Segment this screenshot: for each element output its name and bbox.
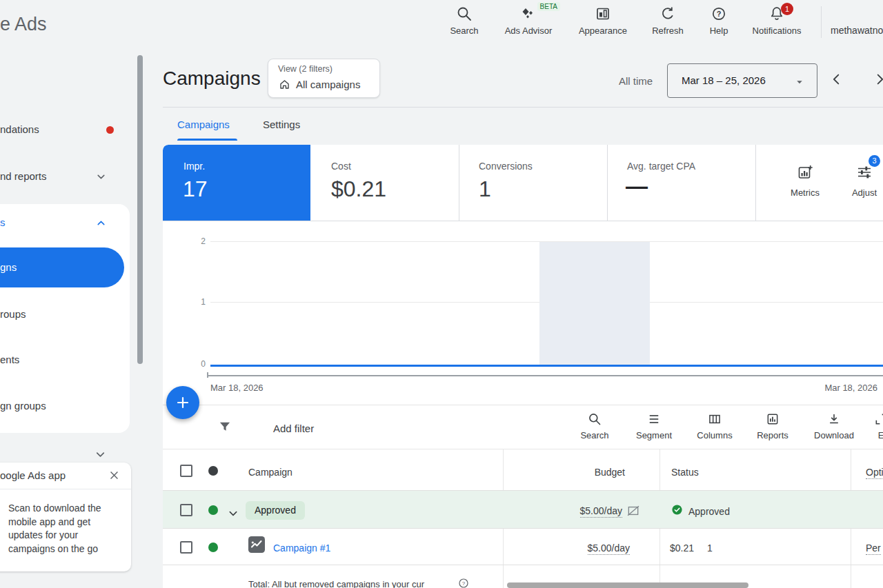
- chevron-down-icon[interactable]: [228, 508, 239, 519]
- campaign-name-link[interactable]: Campaign #1: [273, 543, 330, 554]
- bell-icon: [744, 6, 810, 22]
- ads-app-promo-card: oogle Ads app Scan to download the mobil…: [0, 463, 131, 571]
- help-circle-icon[interactable]: ?: [458, 578, 469, 588]
- sidebar-item-insights-reports[interactable]: nd reports: [0, 170, 47, 182]
- column-header-status[interactable]: Status: [671, 467, 699, 478]
- budget-cell[interactable]: $5.00/day: [503, 503, 640, 518]
- row-checkbox[interactable]: [180, 504, 192, 516]
- chevron-down-icon[interactable]: [95, 171, 107, 183]
- next-period-button[interactable]: [872, 72, 883, 87]
- home-icon: [278, 78, 291, 91]
- table-columns-button[interactable]: Columns: [688, 412, 741, 440]
- search-icon: [431, 6, 497, 22]
- adjust-button-label: Adjust: [837, 187, 883, 198]
- metrics-chart-plus-icon: [797, 164, 813, 181]
- sidebar-collapse-chevron-icon[interactable]: [94, 448, 107, 461]
- plus-icon: [175, 394, 191, 411]
- scorecard-avg-target-cpa[interactable]: Avg. target CPA —: [607, 145, 755, 221]
- sidebar-item-ad-groups[interactable]: roups: [0, 308, 26, 320]
- impressions-series-line: [210, 365, 883, 367]
- sliders-icon: [856, 164, 873, 181]
- adjust-button[interactable]: [856, 164, 873, 181]
- cost-value: $0.21: [670, 543, 694, 554]
- topbar-ads-advisor-button[interactable]: BETA Ads Advisor: [495, 6, 562, 36]
- sidebar-scrollbar[interactable]: [137, 55, 143, 364]
- table-segment-button[interactable]: Segment: [628, 412, 680, 440]
- tab-settings[interactable]: Settings: [263, 119, 300, 130]
- status-dot-column-header: [208, 466, 218, 476]
- scorecard-impressions-selected[interactable]: Impr. 17: [163, 145, 310, 221]
- date-range-picker[interactable]: Mar 18 – 25, 2026: [667, 63, 817, 98]
- help-icon: ?: [686, 6, 752, 22]
- check-circle-icon: [671, 504, 683, 516]
- status-chip-approved[interactable]: Approved: [246, 501, 305, 520]
- new-campaign-fab[interactable]: [166, 386, 199, 419]
- view-filter-chip[interactable]: View (2 filters) All campaigns: [268, 59, 380, 98]
- appearance-icon: [570, 6, 636, 22]
- row-divider: [163, 528, 883, 529]
- sidebar-item-recommendations[interactable]: ndations: [0, 123, 39, 135]
- range-comparison-label: All time: [619, 75, 653, 87]
- expand-icon: [855, 412, 883, 426]
- column-header-campaign[interactable]: Campaign: [248, 467, 292, 478]
- campaign-type-icon: [248, 536, 265, 553]
- page-title: Campaigns: [163, 68, 261, 90]
- status-dot-enabled[interactable]: [208, 505, 218, 515]
- recommendations-alert-dot: [106, 126, 114, 134]
- topbar-appearance-button[interactable]: Appearance: [570, 6, 636, 36]
- chart-range-slider-handle[interactable]: [207, 372, 208, 378]
- svg-text:?: ?: [462, 580, 466, 587]
- scorecard-cost[interactable]: Cost $0.21: [310, 145, 459, 221]
- view-filter-value: All campaigns: [296, 79, 360, 90]
- column-header-budget[interactable]: Budget: [503, 467, 625, 478]
- filter-funnel-icon[interactable]: [218, 420, 232, 434]
- google-ads-logo: e Ads: [0, 14, 47, 35]
- topbar-search-button[interactable]: Search: [431, 6, 497, 36]
- account-name[interactable]: methawatno: [831, 25, 883, 36]
- sidebar-item-assets[interactable]: ents: [0, 354, 19, 365]
- row-divider: [163, 565, 883, 565]
- active-tab-underline: [177, 139, 237, 141]
- empty-value-dash: —: [626, 174, 648, 199]
- y-axis-tick-2: 2: [185, 236, 206, 246]
- date-range-value: Mar 18 – 25, 2026: [682, 74, 766, 86]
- table-horizontal-scrollbar[interactable]: [507, 582, 748, 588]
- add-filter-button[interactable]: Add filter: [273, 423, 314, 434]
- sidebar-item-campaign-groups[interactable]: gn groups: [0, 400, 46, 412]
- topbar-notifications-button[interactable]: 1 Notifications: [744, 6, 810, 36]
- table-expand-button[interactable]: E: [855, 412, 883, 440]
- sidebar-section-campaigns[interactable]: s: [0, 216, 6, 228]
- svg-text:?: ?: [717, 10, 722, 18]
- status-dot-enabled[interactable]: [208, 543, 218, 552]
- select-all-checkbox[interactable]: [180, 465, 192, 477]
- x-axis-label-right: Mar 18, 2026: [808, 383, 877, 393]
- previous-period-button[interactable]: [829, 72, 844, 87]
- table-reports-button[interactable]: Reports: [746, 412, 799, 440]
- chevron-up-icon[interactable]: [95, 217, 107, 229]
- chart-range-slider[interactable]: [207, 375, 883, 376]
- caret-down-icon: [793, 76, 806, 88]
- row-checkbox[interactable]: [180, 541, 192, 554]
- tab-campaigns[interactable]: Campaigns: [177, 119, 230, 130]
- columns-icon: [688, 412, 741, 426]
- promo-card-title: oogle Ads app: [0, 469, 66, 481]
- promo-divider: [0, 489, 131, 489]
- segment-icon: [628, 412, 680, 426]
- google-ads-app: e Ads Search BETA Ads Advisor Appearance…: [0, 0, 883, 588]
- notification-count-badge: 1: [781, 3, 793, 15]
- campaigns-content-card: Impr. 17 Cost $0.21 Conversions 1 Avg. t…: [163, 145, 883, 588]
- table-download-button[interactable]: Download: [808, 412, 860, 440]
- close-icon[interactable]: [108, 469, 120, 481]
- column-header-optimization[interactable]: Opti: [866, 467, 883, 478]
- sidebar-item-campaigns-selected[interactable]: gns: [0, 247, 124, 287]
- reports-chart-icon: [746, 412, 799, 426]
- beta-badge: BETA: [537, 2, 560, 11]
- chart-highlight-band: [539, 242, 650, 366]
- table-search-button[interactable]: Search: [568, 412, 621, 440]
- scorecard-conversions[interactable]: Conversions 1: [459, 145, 607, 221]
- metrics-button[interactable]: [797, 164, 813, 181]
- optimization-cell[interactable]: Per: [866, 543, 881, 554]
- budget-cell[interactable]: $5.00/day: [503, 543, 630, 554]
- y-axis-tick-0: 0: [185, 359, 206, 369]
- topbar-help-button[interactable]: ? Help: [686, 6, 752, 36]
